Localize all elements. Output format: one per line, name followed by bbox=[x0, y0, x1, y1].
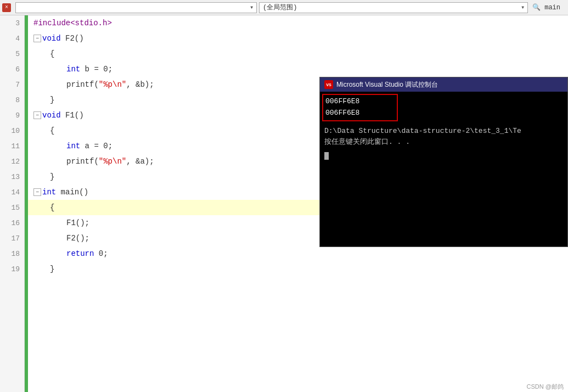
console-title: Microsoft Visual Studio 调试控制台 bbox=[336, 80, 438, 89]
line-number: 15 bbox=[0, 200, 24, 215]
line-number: 18 bbox=[0, 246, 24, 261]
code-line: } bbox=[28, 261, 568, 277]
toolbar: × ▼ (全局范围) ▼ 🔍 main bbox=[0, 0, 568, 15]
collapse-icon[interactable]: − bbox=[33, 188, 41, 196]
code-token: F2(); bbox=[66, 234, 89, 243]
dropdown2-value: (全局范围) bbox=[263, 3, 297, 12]
console-body: 006FF6E8 006FF6E8 D:\Data Structure\data… bbox=[320, 92, 567, 247]
dropdown2-arrow-icon: ▼ bbox=[521, 5, 524, 10]
address-line-2: 006FF6E8 bbox=[325, 108, 395, 119]
line-number: 3 bbox=[0, 15, 24, 31]
code-token: } bbox=[50, 172, 54, 181]
dropdown1-arrow-icon: ▼ bbox=[250, 5, 253, 10]
code-token: } bbox=[50, 96, 54, 104]
code-token: { bbox=[50, 203, 54, 212]
bottom-bar: CSDN @邮鸽 bbox=[522, 382, 568, 392]
address-line-1: 006FF6E8 bbox=[325, 96, 395, 108]
code-token: void bbox=[42, 34, 61, 43]
code-token: { bbox=[50, 49, 54, 58]
code-token: "%p\n" bbox=[99, 157, 126, 166]
code-token: 0; bbox=[94, 249, 108, 258]
code-token: , &a); bbox=[126, 157, 154, 166]
code-line: #include<stdio.h> bbox=[28, 15, 568, 31]
code-token: { bbox=[50, 126, 54, 135]
line-number: 6 bbox=[0, 61, 24, 77]
line-number: 13 bbox=[0, 169, 24, 184]
line-number: 10 bbox=[0, 123, 24, 138]
code-token: int bbox=[42, 188, 56, 197]
code-token: printf( bbox=[66, 157, 99, 166]
close-button[interactable]: × bbox=[2, 3, 11, 12]
line-number: 5 bbox=[0, 46, 24, 61]
line-number: 19 bbox=[0, 261, 24, 277]
console-path: D:\Data Structure\data-structure-2\test_… bbox=[324, 126, 563, 137]
line-number: 9 bbox=[0, 108, 24, 123]
code-token: a = 0; bbox=[80, 142, 113, 150]
code-line: int b = 0; bbox=[28, 61, 568, 77]
collapse-icon[interactable]: − bbox=[33, 35, 41, 42]
bottom-label: CSDN @邮鸽 bbox=[527, 383, 564, 390]
console-window[interactable]: VS Microsoft Visual Studio 调试控制台 006FF6E… bbox=[319, 77, 568, 247]
vs-icon-label: VS bbox=[326, 82, 331, 87]
line-number: 12 bbox=[0, 154, 24, 169]
code-token: F2() bbox=[61, 34, 84, 43]
console-titlebar: VS Microsoft Visual Studio 调试控制台 bbox=[320, 77, 567, 92]
code-token: , &b); bbox=[126, 80, 154, 89]
code-token: return bbox=[66, 249, 94, 258]
code-token: } bbox=[50, 265, 54, 273]
code-line: return 0; bbox=[28, 246, 568, 261]
line-number: 14 bbox=[0, 184, 24, 200]
code-token: int bbox=[66, 65, 80, 74]
line-number: 4 bbox=[0, 31, 24, 46]
address-highlight-box: 006FF6E8 006FF6E8 bbox=[322, 94, 398, 121]
code-token: #include<stdio.h> bbox=[33, 19, 112, 27]
line-number: 16 bbox=[0, 215, 24, 231]
console-cursor bbox=[324, 152, 329, 160]
code-line: −void F2() bbox=[28, 31, 568, 46]
scope-dropdown-1[interactable]: ▼ bbox=[15, 2, 257, 13]
scope-dropdown-2[interactable]: (全局范围) ▼ bbox=[259, 2, 528, 13]
line-number: 11 bbox=[0, 138, 24, 154]
code-token: int bbox=[66, 142, 80, 150]
code-token: void bbox=[42, 111, 61, 120]
code-token: "%p\n" bbox=[99, 80, 126, 89]
line-number: 17 bbox=[0, 231, 24, 246]
line-number: 7 bbox=[0, 77, 24, 92]
line-numbers: 345678910111213141516171819 bbox=[0, 15, 25, 392]
code-token: b = 0; bbox=[80, 65, 113, 74]
vs-icon: VS bbox=[324, 80, 333, 89]
code-editor: 345678910111213141516171819 #include<std… bbox=[0, 15, 568, 392]
code-token: main() bbox=[56, 188, 88, 197]
close-icon: × bbox=[5, 4, 8, 10]
toolbar-main-label: 🔍 main bbox=[532, 3, 560, 12]
collapse-icon[interactable]: − bbox=[33, 111, 41, 119]
code-token: printf( bbox=[66, 80, 99, 89]
code-token: F1() bbox=[61, 111, 84, 120]
code-line: { bbox=[28, 46, 568, 61]
line-number: 8 bbox=[0, 92, 24, 108]
code-token: F1(); bbox=[66, 219, 89, 227]
console-prompt: 按任意键关闭此窗口. . . bbox=[324, 137, 563, 148]
